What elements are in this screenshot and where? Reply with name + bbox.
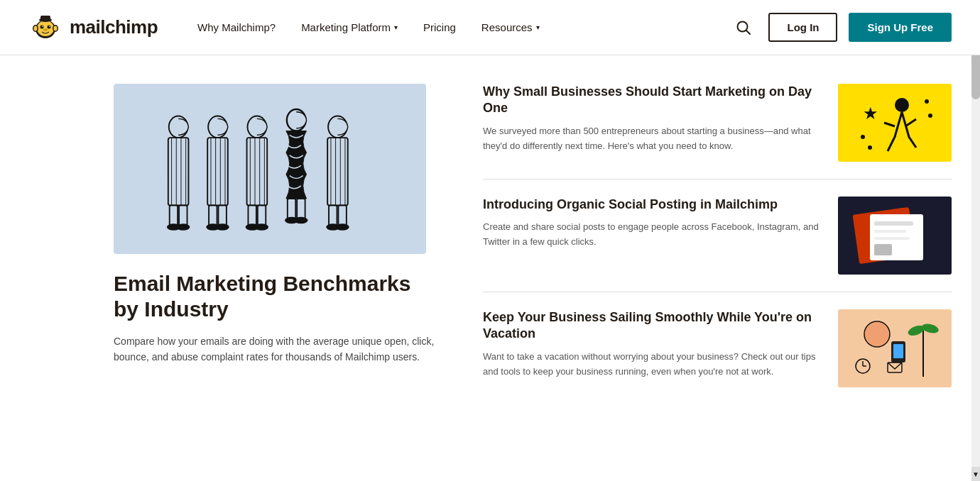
svg-rect-23 <box>179 206 187 226</box>
article-card-1[interactable]: Introducing Organic Social Posting in Ma… <box>483 179 952 292</box>
thumb-yellow-0: ★ <box>838 84 952 162</box>
chevron-down-icon: ▾ <box>536 23 540 31</box>
search-button[interactable] <box>730 14 757 41</box>
article-thumb-0: ★ <box>838 84 952 162</box>
svg-rect-33 <box>218 206 226 226</box>
right-column: Why Small Businesses Should Start Market… <box>483 84 952 404</box>
article-card-text-0: Why Small Businesses Should Start Market… <box>483 84 824 153</box>
login-button[interactable]: Log In <box>768 13 837 42</box>
svg-point-76 <box>864 321 890 347</box>
nav-right: Log In Sign Up Free <box>730 13 952 42</box>
article-card-2[interactable]: Keep Your Business Sailing Smoothly Whil… <box>483 292 952 404</box>
logo-text: mailchimp <box>70 16 158 38</box>
svg-line-15 <box>746 30 750 33</box>
svg-rect-22 <box>170 206 178 226</box>
signup-button[interactable]: Sign Up Free <box>849 13 952 42</box>
article-thumb-1 <box>838 197 952 275</box>
logo-link[interactable]: mailchimp <box>28 11 158 45</box>
nav-item-why[interactable]: Why Mailchimp? <box>186 16 287 39</box>
article-card-desc-1: Create and share social posts to engage … <box>483 220 824 250</box>
left-column: Email Marketing Benchmarks by Industry C… <box>114 84 440 404</box>
svg-point-67 <box>928 114 932 118</box>
svg-point-11 <box>43 28 48 31</box>
article-card-text-2: Keep Your Business Sailing Smoothly Whil… <box>483 309 824 379</box>
thumb-peach-2 <box>838 309 952 387</box>
svg-rect-71 <box>874 221 913 226</box>
article-card-desc-0: We surveyed more than 500 entrepreneurs … <box>483 124 824 154</box>
svg-rect-13 <box>40 16 50 21</box>
thumb-illustration-1 <box>849 200 941 271</box>
article-card-title-2: Keep Your Business Sailing Smoothly Whil… <box>483 309 824 343</box>
thumb-illustration-2 <box>849 313 941 384</box>
nav-item-platform[interactable]: Marketing Platform ▾ <box>290 16 409 39</box>
svg-rect-72 <box>874 230 906 233</box>
article-card-title-0: Why Small Businesses Should Start Market… <box>483 84 824 117</box>
svg-point-35 <box>216 223 229 231</box>
logo-icon <box>28 11 62 45</box>
svg-point-60 <box>336 223 349 231</box>
search-icon <box>736 20 751 35</box>
svg-point-65 <box>868 145 872 150</box>
svg-point-10 <box>49 26 50 27</box>
svg-rect-48 <box>297 199 305 219</box>
scrollbar[interactable]: ▲ ▼ <box>971 0 980 433</box>
svg-rect-43 <box>258 206 266 226</box>
article-card-desc-2: Want to take a vacation without worrying… <box>483 350 824 380</box>
thumb-dark-1 <box>838 197 952 275</box>
article-card-0[interactable]: Why Small Businesses Should Start Market… <box>483 84 952 179</box>
svg-rect-47 <box>288 199 295 219</box>
svg-text:★: ★ <box>863 104 878 123</box>
svg-point-5 <box>34 26 38 31</box>
svg-point-8 <box>48 25 51 28</box>
svg-rect-57 <box>329 206 337 226</box>
svg-rect-61 <box>849 87 941 158</box>
thumb-illustration-0: ★ <box>849 87 941 158</box>
svg-rect-73 <box>874 237 910 240</box>
nav-links: Why Mailchimp? Marketing Platform ▾ Pric… <box>186 16 730 39</box>
nav-item-pricing[interactable]: Pricing <box>412 16 467 39</box>
svg-point-62 <box>895 98 909 112</box>
svg-point-45 <box>255 223 268 231</box>
svg-rect-42 <box>248 206 256 226</box>
featured-article-title: Email Marketing Benchmarks by Industry <box>114 271 440 322</box>
article-thumb-2 <box>838 309 952 387</box>
svg-point-50 <box>294 217 307 224</box>
svg-rect-74 <box>874 244 892 255</box>
navbar: mailchimp Why Mailchimp? Marketing Platf… <box>0 0 980 55</box>
chevron-down-icon: ▾ <box>394 23 398 31</box>
svg-rect-78 <box>893 344 903 358</box>
svg-rect-32 <box>209 206 217 226</box>
featured-article-desc: Compare how your emails are doing with t… <box>114 333 440 365</box>
main-content: Email Marketing Benchmarks by Industry C… <box>0 55 980 433</box>
svg-rect-58 <box>338 206 346 226</box>
nav-item-resources[interactable]: Resources ▾ <box>470 16 551 39</box>
article-card-text-1: Introducing Organic Social Posting in Ma… <box>483 197 824 250</box>
svg-point-25 <box>176 223 190 231</box>
article-card-title-1: Introducing Organic Social Posting in Ma… <box>483 197 824 213</box>
svg-point-7 <box>40 25 44 28</box>
featured-illustration <box>135 94 405 243</box>
featured-image[interactable] <box>114 84 426 254</box>
svg-point-6 <box>54 26 58 31</box>
svg-point-9 <box>42 26 43 27</box>
svg-point-64 <box>861 135 865 139</box>
svg-point-66 <box>925 99 929 104</box>
